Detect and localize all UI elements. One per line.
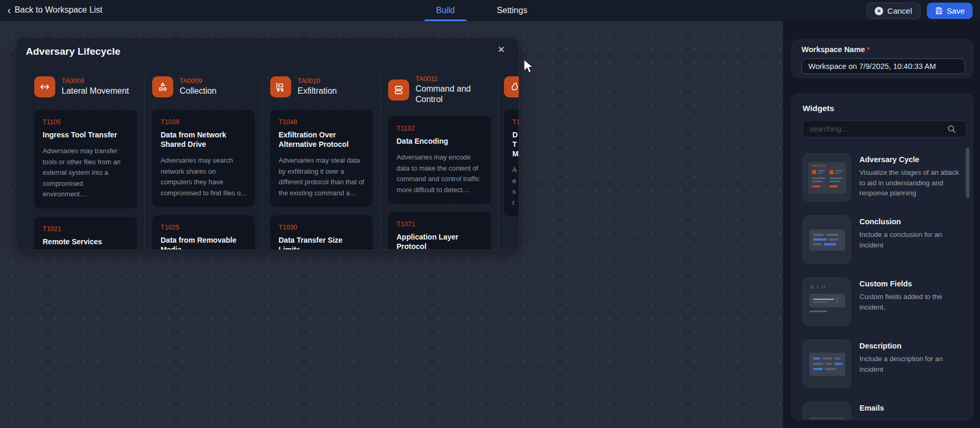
technique-desc: Adversaries may encode data to make the … — [397, 152, 482, 195]
technique-title: Data from Network Shared Drive — [161, 130, 246, 149]
tactic-header: TA0008 Lateral Movement — [34, 75, 137, 98]
technique-card[interactable]: T1030 Data Transfer Size Limits — [270, 215, 373, 250]
widget-desc: Include a conclusion for an incident — [859, 230, 962, 250]
tab-bar: Build Settings — [421, 0, 542, 21]
conclusion-thumbnail — [803, 215, 851, 264]
technique-desc: Adversaries may transfer tools or other … — [43, 146, 128, 200]
tactic-header: TA0009 Collection — [152, 75, 255, 98]
technique-id: T1 — [512, 118, 519, 126]
widget-item-emails[interactable]: Emails — [803, 402, 962, 420]
widget-title: Adversary Lifecycle — [26, 46, 121, 57]
close-icon[interactable]: ✕ — [498, 44, 505, 55]
technique-id: T1039 — [161, 118, 246, 126]
adversary-lifecycle-widget[interactable]: Adversary Lifecycle ✕ TA0008 Lateral Mov… — [16, 37, 519, 250]
widget-item-conclusion[interactable]: Conclusion Include a conclusion for an i… — [803, 215, 962, 264]
technique-id: T1025 — [161, 224, 246, 231]
widget-title: Adversary Cycle — [859, 155, 962, 164]
widget-title: Emails — [859, 404, 962, 412]
technique-id: T1021 — [43, 225, 128, 233]
technique-card[interactable]: T1048 Exfiltration Over Alternative Prot… — [270, 110, 373, 207]
tactic-column-clipped: T1 D T M A e s r — [499, 75, 519, 250]
tactic-column-lateral-movement: TA0008 Lateral Movement T1105 Ingress To… — [34, 75, 145, 250]
exfiltration-icon — [270, 76, 291, 97]
technique-card[interactable]: T1071 Application Layer Protocol — [388, 212, 491, 250]
widget-list-scrollbar[interactable] — [966, 147, 969, 400]
widget-title: Description — [859, 342, 962, 350]
technique-card[interactable]: T1021 Remote Services Adversaries may us… — [34, 217, 137, 251]
tab-settings[interactable]: Settings — [482, 0, 542, 21]
technique-id: T1071 — [397, 221, 482, 228]
technique-id: T1105 — [43, 118, 128, 126]
technique-card[interactable]: T1105 Ingress Tool Transfer Adversaries … — [34, 110, 137, 208]
collection-icon — [152, 76, 173, 97]
builder-canvas[interactable]: Adversary Lifecycle ✕ TA0008 Lateral Mov… — [0, 21, 783, 428]
tactic-header — [504, 75, 519, 98]
search-icon — [947, 124, 956, 134]
scrollbar-thumb[interactable] — [966, 148, 969, 198]
technique-id: T1030 — [279, 224, 364, 231]
description-thumbnail — [803, 340, 851, 388]
chevron-left-icon: ‹ — [7, 6, 11, 14]
tactic-header: TA0010 Exfiltration — [270, 75, 373, 98]
tactic-column-exfiltration: TA0010 Exfiltration T1048 Exfiltration O… — [263, 75, 381, 250]
workspace-name-input[interactable] — [801, 58, 965, 74]
tactic-column-collection: TA0009 Collection T1039 Data from Networ… — [145, 75, 263, 250]
tactic-id: TA0008 — [62, 77, 129, 85]
clipped-tactic-icon — [504, 76, 519, 97]
topbar-actions: ✕ Cancel Save — [866, 3, 973, 19]
settings-sidebar: Workspace Name* Widgets ATTACK — [783, 21, 980, 428]
widget-desc: Custom fields added to the incident. — [859, 292, 962, 312]
technique-id: T1132 — [397, 125, 482, 132]
adversary-cycle-thumbnail: ATTACK — [803, 153, 851, 202]
tactic-id: TA0010 — [298, 77, 337, 85]
tactic-name: Exfiltration — [298, 86, 337, 96]
technique-card[interactable]: T1 D T M A e s r — [504, 110, 519, 216]
technique-card[interactable]: T1132 Data Encoding Adversaries may enco… — [388, 116, 491, 204]
widget-desc: Visualize the stages of an attack to aid… — [859, 167, 962, 198]
widget-title: Conclusion — [859, 217, 962, 226]
emails-thumbnail — [803, 402, 851, 420]
workspace-name-box: Workspace Name* — [791, 39, 973, 78]
back-link[interactable]: ‹ Back to Workspace List — [7, 5, 103, 15]
tactic-name: Lateral Movement — [62, 86, 129, 96]
tactic-id: TA0009 — [180, 77, 216, 85]
technique-title: Data Transfer Size Limits — [279, 235, 364, 250]
required-asterisk: * — [867, 45, 870, 54]
tactic-name: Collection — [180, 86, 216, 96]
technique-title: Ingress Tool Transfer — [43, 130, 128, 140]
widget-desc: Include a description for an incident — [859, 354, 962, 374]
back-link-label: Back to Workspace List — [15, 5, 103, 15]
technique-title: Remote Services — [43, 237, 128, 246]
tactic-columns: TA0008 Lateral Movement T1105 Ingress To… — [34, 75, 519, 250]
technique-card[interactable]: T1039 Data from Network Shared Drive Adv… — [152, 110, 255, 207]
cancel-x-icon: ✕ — [875, 7, 883, 15]
tactic-header: TA0011 Command and Control — [388, 75, 491, 105]
top-bar: ‹ Back to Workspace List Build Settings … — [0, 0, 980, 21]
technique-title: Data Encoding — [397, 136, 482, 146]
widget-item-adversary-cycle[interactable]: ATTACK — [803, 153, 962, 202]
tactic-name: Command and Control — [415, 84, 491, 105]
widgets-heading: Widgets — [803, 104, 962, 113]
save-icon — [935, 7, 943, 15]
widget-search-input[interactable] — [803, 121, 966, 137]
technique-title: Data from Removable Media — [161, 235, 246, 250]
widgets-box: Widgets ATTACK — [791, 94, 973, 420]
tactic-column-command-and-control: TA0011 Command and Control T1132 Data En… — [381, 75, 499, 250]
tab-build[interactable]: Build — [421, 0, 470, 21]
cancel-button[interactable]: ✕ Cancel — [866, 3, 920, 19]
lateral-movement-icon — [34, 76, 55, 97]
command-and-control-icon — [388, 79, 409, 101]
cancel-label: Cancel — [887, 6, 912, 15]
save-button[interactable]: Save — [927, 3, 973, 19]
custom-fields-thumbnail: B / U " T — [803, 277, 851, 326]
technique-title: Exfiltration Over Alternative Protocol — [279, 130, 364, 149]
widget-item-description[interactable]: Description Include a description for an… — [803, 340, 962, 388]
widget-item-custom-fields[interactable]: B / U " T Custom Fields Custom fields ad… — [803, 277, 962, 326]
widget-title: Custom Fields — [859, 280, 962, 288]
save-label: Save — [947, 6, 965, 15]
mouse-cursor — [523, 59, 536, 76]
workspace-name-label: Workspace Name* — [801, 45, 963, 54]
technique-id: T1048 — [279, 118, 364, 126]
technique-card[interactable]: T1025 Data from Removable Media — [152, 215, 255, 250]
widget-list: ATTACK — [803, 153, 962, 420]
